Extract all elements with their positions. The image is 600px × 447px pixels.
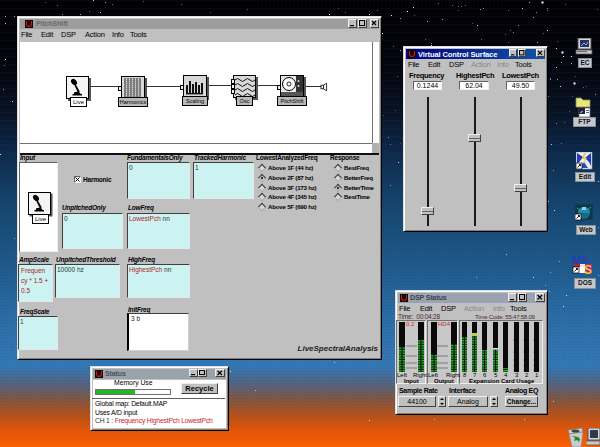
svg-text:S: S xyxy=(584,263,592,277)
